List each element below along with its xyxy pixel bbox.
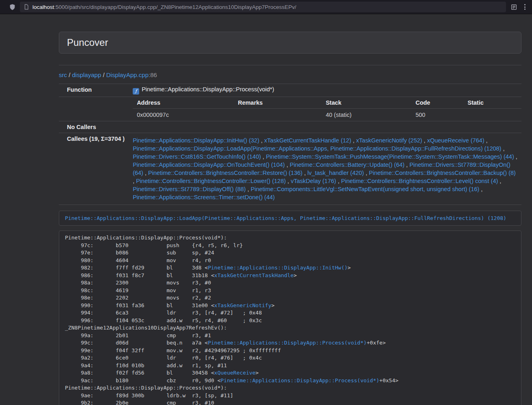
breadcrumb-link[interactable]: DisplayApp.cpp [106, 71, 149, 78]
function-row: Function ƒPinetime::Applications::Displa… [59, 84, 521, 97]
metrics-value: 500 [411, 109, 463, 121]
asm-line: 99c: d06d beq.n a7a <Pinetime::Applicati… [65, 339, 515, 347]
callee-separator: , [302, 170, 307, 176]
asm-line: 986: f031 f8c7 bl 31b18 <xTaskGetCurrent… [65, 272, 515, 280]
callee-link[interactable]: Pinetime::Controllers::Battery::Update()… [290, 162, 405, 168]
function-label: Function [59, 84, 129, 97]
metrics-header-code: Code [411, 97, 463, 109]
page-title: Puncover [67, 37, 513, 48]
asm-line: 9a8: f02f fd56 bl 30458 <xQueueReceive> [65, 369, 515, 377]
callee-link[interactable]: Pinetime::Controllers::BrightnessControl… [136, 178, 286, 184]
asm-line: 9ae: f89d 300b ldrb.w r3, [sp, #11] [65, 392, 515, 400]
callees-row: Callees (19, Σ=3704 ) Pinetime::Applicat… [59, 133, 521, 205]
function-name: Pinetime::Applications::DisplayApp::Proc… [142, 86, 274, 93]
breadcrumb-link[interactable]: displayapp [72, 71, 101, 78]
callee-link[interactable]: Pinetime::System::SystemTask::PushMessag… [266, 153, 514, 160]
callee-separator: , [336, 178, 341, 184]
callee-separator: , [514, 153, 517, 160]
tracking-protection-icon[interactable] [9, 4, 16, 11]
no-callers-label: No Callers [59, 121, 129, 133]
callee-link[interactable]: Pinetime::Applications::DisplayApp::Load… [133, 145, 501, 152]
callee-separator: , [485, 137, 488, 144]
reader-mode-icon [511, 4, 517, 10]
asm-line: 990: f031 fa36 bl 31e00 <xTaskGenericNot… [65, 302, 515, 310]
callee-link[interactable]: Pinetime::Controllers::BrightnessControl… [341, 178, 498, 184]
asm-line: 982: f7ff fd29 bl 3d8 <Pinetime::Applica… [65, 264, 515, 272]
metrics-header-static: Static [463, 97, 521, 109]
callee-separator: , [246, 186, 251, 192]
asm-line: 9b2: 2b0e cmp r3, #10 [65, 399, 515, 405]
reader-mode-button[interactable] [510, 3, 518, 11]
browser-menu-icon[interactable] [522, 2, 528, 11]
callee-separator: , [259, 137, 264, 144]
asm-symbol-link[interactable]: Pinetime::Applications::DisplayApp::Proc… [208, 340, 366, 346]
url-bar[interactable]: localhost:5000/path/src/displayapp/Displ… [20, 2, 506, 12]
callee-link[interactable]: xQueueReceive (764) [427, 137, 484, 144]
callee-link[interactable]: lv_task_handler (420) [307, 170, 364, 176]
breadcrumb-line-number: :86 [149, 71, 157, 78]
asm-line: 994: 6ca3 ldr r3, [r4, #72] ; 0x48 [65, 309, 515, 317]
metrics-header-remarks: Remarks [234, 97, 321, 109]
function-table: Function ƒPinetime::Applications::Displa… [59, 84, 521, 205]
asm-line: 98c: 4619 mov r1, r3 [65, 287, 515, 295]
url-text: localhost:5000/path/src/displayapp/Displ… [32, 4, 296, 10]
function-type-icon: ƒ [133, 88, 139, 95]
metrics-data-row: 0x0000097c40 (static)500 [133, 109, 521, 121]
main-content: Puncover src / displayapp / DisplayApp.c… [59, 14, 521, 405]
asm-line: 98e: 2202 movs r2, #2 [65, 294, 515, 302]
asm-line: 99e: f04f 32ff mov.w r2, #4294967295 ; 0… [65, 347, 515, 355]
callee-separator: , [351, 137, 356, 144]
callee-link[interactable]: Pinetime::Applications::DisplayApp::Init… [133, 137, 259, 144]
asm-symbol-link[interactable]: xTaskGetCurrentTaskHandle [214, 272, 294, 278]
callee-link[interactable]: xTaskGenericNotify (252) [356, 137, 422, 144]
callee-link[interactable]: Pinetime::Drivers::St7789::DisplayOff() … [133, 186, 246, 192]
page-info-icon[interactable] [24, 4, 29, 10]
callee-link[interactable]: Pinetime::Components::LittleVgl::SetNewT… [251, 186, 479, 192]
highlight-symbol-box: Pinetime::Applications::DisplayApp::Load… [59, 211, 521, 226]
callee-link[interactable]: Pinetime::Controllers::BrightnessControl… [369, 170, 516, 176]
callee-separator: , [501, 145, 504, 152]
callee-separator: , [286, 178, 291, 184]
metrics-value [463, 109, 521, 121]
asm-symbol-link[interactable]: Pinetime::Applications::DisplayApp::Proc… [221, 377, 379, 383]
breadcrumb-separator: / [101, 71, 106, 78]
callee-separator: , [422, 137, 427, 144]
callee-separator: , [285, 162, 290, 168]
metrics-row: AddressRemarksStackCodeStatic 0x0000097c… [59, 97, 521, 121]
asm-symbol-link[interactable]: xQueueReceive [214, 370, 256, 376]
callee-link[interactable]: Pinetime::Controllers::BrightnessControl… [148, 170, 302, 176]
asm-line: _ZN8Pinetime12Applications10DisplayApp7R… [65, 324, 515, 332]
callee-link[interactable]: xTaskGetCurrentTaskHandle (12) [264, 137, 351, 144]
metrics-value [234, 109, 321, 121]
asm-symbol-link[interactable]: Pinetime::Applications::DisplayApp::Init… [208, 265, 347, 271]
callee-link[interactable]: Pinetime::Drivers::Cst816S::GetTouchInfo… [133, 153, 261, 160]
asm-line: 996: f104 053c add.w r5, r4, #60 ; 0x3c [65, 317, 515, 325]
callee-link[interactable]: Pinetime::Applications::DisplayApp::OnTo… [133, 162, 285, 168]
metrics-table: AddressRemarksStackCodeStatic 0x0000097c… [133, 97, 521, 121]
callees-label: Callees (19, Σ=3704 ) [59, 133, 129, 205]
callee-separator: , [261, 153, 266, 160]
callee-link[interactable]: vTaskDelay (176) [291, 178, 336, 184]
asm-line: 99a: 2b01 cmp r3, #1 [65, 332, 515, 340]
asm-line: 980: 4604 mov r4, r0 [65, 257, 515, 265]
asm-line: 9a4: f10d 010b add.w r1, sp, #11 [65, 362, 515, 370]
asm-line: 97e: b086 sub sp, #24 [65, 249, 515, 257]
url-path: :5000/path/src/displayapp/DisplayApp.cpp… [54, 4, 296, 10]
callee-separator: , [498, 178, 501, 184]
asm-line: 9a2: 6ce0 ldr r0, [r4, #76] ; 0x4c [65, 354, 515, 362]
callee-separator: , [133, 178, 136, 184]
asm-symbol-link[interactable]: xTaskGenericNotify [214, 302, 271, 308]
asm-line: 98a: 2300 movs r3, #0 [65, 279, 515, 287]
browser-chrome: localhost:5000/path/src/displayapp/Displ… [0, 0, 532, 14]
callee-separator: , [405, 162, 409, 168]
callee-separator: , [364, 170, 369, 176]
metrics-header-row: AddressRemarksStackCodeStatic [133, 97, 521, 109]
url-host: localhost [32, 4, 54, 10]
disassembly: Pinetime::Applications::DisplayApp::Proc… [59, 231, 521, 405]
highlight-symbol-link[interactable]: Pinetime::Applications::DisplayApp::Load… [65, 215, 506, 221]
metrics-header-address: Address [133, 97, 234, 109]
metrics-value: 0x0000097c [133, 109, 234, 121]
asm-line: 97c: b570 push {r4, r5, r6, lr} [65, 242, 515, 250]
breadcrumb-link[interactable]: src [59, 71, 67, 78]
callee-link[interactable]: Pinetime::Applications::Screens::Timer::… [133, 194, 275, 200]
